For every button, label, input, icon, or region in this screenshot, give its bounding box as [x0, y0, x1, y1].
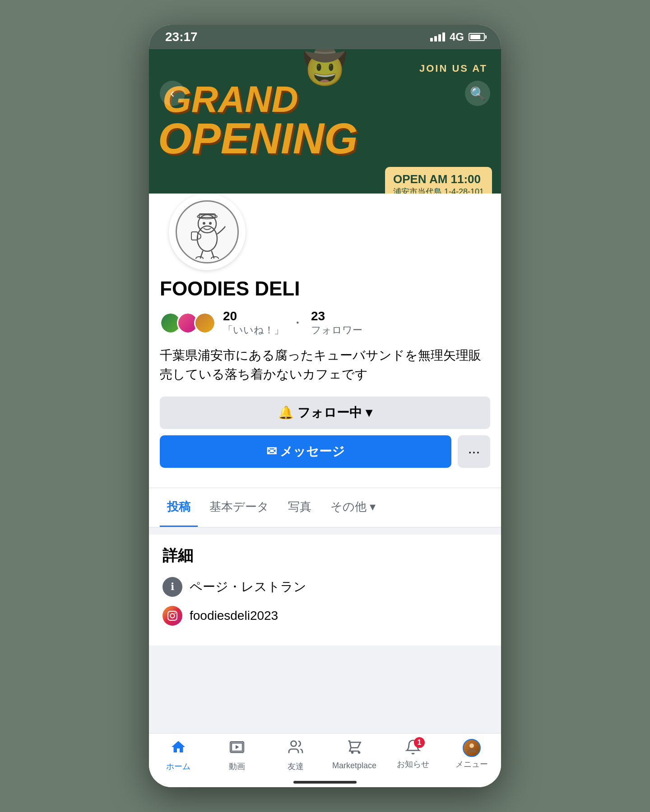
- bottom-navigation: ホーム 動画 友達: [149, 733, 501, 787]
- tab-photos[interactable]: 写真: [281, 488, 319, 527]
- battery-icon: [469, 33, 485, 41]
- back-button[interactable]: ‹: [160, 81, 185, 106]
- details-title: 詳細: [162, 545, 488, 566]
- tab-basic-data[interactable]: 基本データ: [202, 488, 276, 527]
- nav-item-marketplace[interactable]: Marketplace: [325, 739, 384, 770]
- followers-label: フォロワー: [311, 323, 362, 337]
- avatar-container: [169, 194, 246, 270]
- instagram-handle: foodiesdeli2023: [190, 609, 278, 623]
- more-options-button[interactable]: ···: [458, 435, 490, 468]
- followers-row: 20 「いいね！」 ・ 23 フォロワー: [160, 309, 490, 337]
- open-time-label: OPEN AM 11:00: [393, 172, 484, 186]
- mascot-svg: [180, 205, 234, 259]
- profile-section: FOODIES DELI 20 「いいね！」: [149, 194, 501, 488]
- network-type: 4G: [450, 31, 464, 43]
- page-tabs: 投稿 基本データ 写真 その他 ▾: [149, 488, 501, 527]
- signal-icon: [430, 32, 445, 42]
- status-bar: 23:17 4G: [149, 25, 501, 49]
- page-name: FOODIES DELI: [160, 277, 490, 300]
- likes-count: 20: [223, 309, 284, 323]
- message-row: ✉ メッセージ ···: [160, 435, 490, 468]
- profile-avatar: [169, 194, 246, 270]
- dot-separator: ・: [291, 314, 304, 332]
- main-content: 🤠 JOIN US AT GRAND OPENING OPEN AM 11:00…: [149, 49, 501, 733]
- follow-button[interactable]: 🔔 フォロー中 ▾: [160, 397, 490, 429]
- join-us-text: JOIN US AT: [419, 63, 488, 74]
- svg-point-5: [209, 222, 212, 225]
- time-display: 23:17: [165, 30, 198, 44]
- nav-item-friends[interactable]: 友達: [266, 739, 325, 772]
- home-label: ホーム: [166, 761, 190, 772]
- follower-avatars: [160, 312, 216, 334]
- details-section: 詳細 ℹ ページ・レストラン foodiesdeli2023: [149, 535, 501, 646]
- detail-item-category: ℹ ページ・レストラン: [162, 577, 488, 597]
- search-button[interactable]: 🔍: [465, 81, 490, 106]
- marketplace-icon: [346, 739, 362, 759]
- info-icon: ℹ: [162, 577, 182, 597]
- marketplace-label: Marketplace: [332, 761, 376, 770]
- nav-item-notifications[interactable]: 1 お知らせ: [384, 739, 442, 770]
- menu-label: メニュー: [455, 759, 488, 770]
- notifications-label: お知らせ: [397, 759, 429, 770]
- home-indicator: [293, 781, 357, 784]
- likes-label: 「いいね！」: [223, 323, 284, 337]
- notification-icon-wrapper: 1: [405, 739, 421, 757]
- notification-badge: 1: [414, 737, 425, 748]
- followers-count: 23: [311, 309, 362, 323]
- detail-item-instagram[interactable]: foodiesdeli2023: [162, 606, 488, 626]
- svg-point-8: [211, 257, 218, 259]
- svg-point-7: [196, 257, 203, 259]
- avatar-mascot-image: [176, 200, 239, 263]
- instagram-icon: [162, 606, 182, 626]
- nav-item-video[interactable]: 動画: [208, 739, 266, 772]
- mini-avatar-3: [194, 312, 216, 334]
- tab-more[interactable]: その他 ▾: [323, 488, 383, 527]
- phone-frame: 23:17 4G 🤠 JOIN US AT GRAND: [149, 25, 501, 787]
- page-description: 千葉県浦安市にある腐ったキューバサンドを無理矢理販売している落ち着かないカフェで…: [160, 346, 490, 384]
- status-indicators: 4G: [430, 31, 485, 43]
- cover-navigation: ‹ 🔍: [149, 74, 501, 113]
- user-avatar-icon: [465, 741, 478, 755]
- svg-point-10: [291, 741, 297, 747]
- nav-item-menu[interactable]: メニュー: [442, 739, 501, 770]
- action-buttons: 🔔 フォロー中 ▾ ✉ メッセージ ···: [160, 397, 490, 468]
- followers-count-label: 23 フォロワー: [311, 309, 362, 337]
- opening-text: OPENING: [158, 117, 358, 160]
- category-text: ページ・レストラン: [190, 578, 306, 595]
- video-icon: [229, 739, 245, 759]
- friends-label: 友達: [288, 761, 304, 772]
- home-icon: [170, 739, 186, 759]
- svg-point-4: [203, 222, 205, 225]
- tab-posts[interactable]: 投稿: [160, 488, 198, 527]
- message-button[interactable]: ✉ メッセージ: [160, 435, 451, 468]
- likes-count-label: 20 「いいね！」: [223, 309, 284, 337]
- video-label: 動画: [229, 761, 245, 772]
- nav-item-home[interactable]: ホーム: [149, 739, 208, 772]
- friends-icon: [288, 739, 304, 759]
- user-avatar-nav: [463, 739, 481, 757]
- svg-point-11: [469, 743, 474, 748]
